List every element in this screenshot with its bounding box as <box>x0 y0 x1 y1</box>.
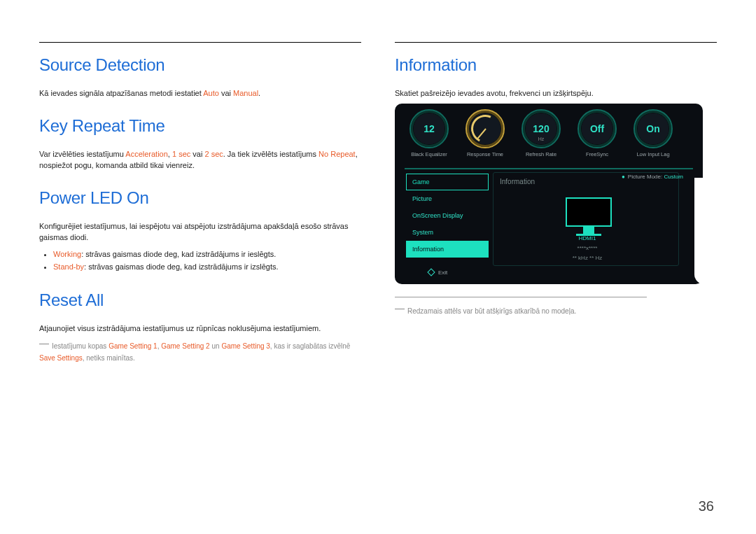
osd-picture-mode: ●Picture Mode: Custom <box>622 174 683 180</box>
para-reset-all: Atjaunojiet visus izstrādājuma iestatīju… <box>39 323 361 335</box>
dial-low-input-lag: On Low Input Lag <box>630 109 676 157</box>
dial-freesync: Off FreeSync <box>574 109 620 157</box>
page-number: 36 <box>699 498 714 514</box>
dial-refresh-rate: 120Hz Refresh Rate <box>518 109 564 157</box>
osd-screenshot: 12 Black Equalizer Response Time 120Hz R… <box>395 104 703 284</box>
list-power-led: Working: strāvas gaismas diode deg, kad … <box>39 248 361 274</box>
heading-information: Information <box>395 55 717 75</box>
dial-black-equalizer: 12 Black Equalizer <box>406 109 452 157</box>
para-power-led: Konfigurējiet iestatījumus, lai iespējot… <box>39 220 361 244</box>
osd-info-freq: ** kHz ** Hz <box>500 255 675 261</box>
footnote-reset-all: ―Iestatījumu kopas Game Setting 1, Game … <box>39 338 361 363</box>
osd-exit: Exit <box>428 269 447 276</box>
divider-left <box>39 42 361 43</box>
para-source-detection: Kā ievades signāla atpazīšanas metodi ie… <box>39 87 361 99</box>
para-key-repeat: Var izvēlēties iestatījumu Acceleration,… <box>39 148 361 171</box>
osd-info-source: HDMI1 <box>500 235 675 241</box>
osd-panel-title: Information <box>500 178 535 185</box>
figure-divider <box>395 297 647 297</box>
dial-response-time: Response Time <box>462 109 508 157</box>
heading-key-repeat: Key Repeat Time <box>39 116 361 136</box>
monitor-icon <box>566 197 612 236</box>
heading-power-led: Power LED On <box>39 188 361 208</box>
para-information: Skatiet pašreizējo ievades avotu, frekve… <box>395 87 717 99</box>
divider-right <box>395 42 717 43</box>
heading-reset-all: Reset All <box>39 290 361 310</box>
osd-side-menu: Game Picture OnScreen Display System Inf… <box>406 174 489 258</box>
figure-note: ―Redzamais attēls var būt atšķirīgs atka… <box>395 303 717 318</box>
heading-source-detection: Source Detection <box>39 55 361 75</box>
osd-info-resolution: ****x**** <box>500 245 675 251</box>
